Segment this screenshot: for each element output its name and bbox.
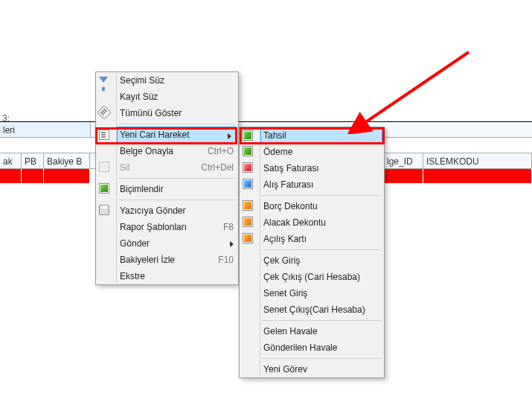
menu-item-bakiyeleri-izle[interactable]: Bakiyeleri İzle F10 — [117, 252, 238, 268]
menu-item-label: Ekstre — [120, 271, 234, 281]
context-menu: Seçimi Süz Kayıt Süz Tümünü Göster Yeni … — [95, 71, 239, 285]
menu-item-label: Belge Onayla — [120, 146, 200, 156]
menu-separator — [118, 178, 235, 179]
menu-item-label: Alış Faturası — [263, 179, 379, 190]
menu-item-label: Tümünü Göster — [120, 108, 234, 118]
filter-icon — [99, 74, 111, 86]
menu-item-label: Satış Faturası — [263, 163, 379, 173]
menu-item-kayit-suz[interactable]: Kayıt Süz — [117, 89, 238, 105]
menu-item-bicimlendir[interactable]: Biçimlendir — [117, 181, 238, 197]
menu-item-label: Senet Giriş — [263, 288, 379, 299]
menu-item-label: Ödeme — [263, 147, 379, 157]
green-doc-icon — [243, 146, 254, 158]
blue-doc-icon — [243, 179, 254, 191]
menu-item-label: Seçimi Süz — [120, 75, 234, 86]
menu-item-rapor-sablonlari[interactable]: Rapor Şablonları F8 — [117, 219, 238, 235]
menu-item-label: Yeni Görev — [263, 364, 379, 374]
menu-shortcut: Ctrl+O — [208, 146, 234, 156]
menu-shortcut: F10 — [218, 255, 234, 265]
menu-item-yeni-cari-hareket[interactable]: Yeni Cari Hareket — [117, 127, 237, 143]
menu-item-label: Gelen Havale — [263, 326, 379, 337]
menu-item-label: Açılış Kartı — [263, 234, 379, 244]
menu-item-label: Bakiyeleri İzle — [120, 255, 211, 265]
menu-item-label: Biçimlendir — [120, 184, 234, 194]
submenu-yeni-cari-hareket: Tahsil Ödeme Satış Faturası Alış Faturas… — [239, 127, 385, 378]
submenu-item-senet-giris[interactable]: Senet Giriş — [260, 285, 384, 302]
menu-item-label: Senet Çıkış(Cari Hesaba) — [263, 304, 379, 315]
menu-item-secimi-suz[interactable]: Seçimi Süz — [117, 72, 238, 89]
format-icon — [99, 183, 111, 195]
col-header[interactable]: ISLEMKODU — [423, 153, 532, 168]
menu-item-belge-onayla[interactable]: Belge Onayla Ctrl+O — [117, 143, 238, 159]
col-header[interactable]: PB — [22, 153, 44, 168]
menu-item-label: Gönder — [120, 238, 234, 249]
submenu-item-alacak-dekontu[interactable]: Alacak Dekontu — [260, 214, 384, 231]
submenu-item-senet-cikis[interactable]: Senet Çıkış(Cari Hesaba) — [260, 302, 384, 318]
print-icon — [99, 205, 111, 217]
col-header[interactable]: lge_ID — [384, 153, 423, 168]
menu-item-yaziciya-gonder[interactable]: Yazıcıya Gönder — [117, 202, 238, 219]
submenu-item-odeme[interactable]: Ödeme — [260, 144, 384, 160]
submenu-item-acilis-karti[interactable]: Açılış Kartı — [260, 231, 384, 247]
menu-item-gonder[interactable]: Gönder — [117, 235, 238, 252]
menu-item-sil: Sil Ctrl+Del — [117, 159, 238, 176]
menu-item-label: Sil — [120, 162, 193, 173]
svg-line-0 — [365, 52, 469, 123]
menu-separator — [118, 200, 235, 200]
delete-icon — [99, 162, 111, 173]
menu-item-label: Rapor Şablonları — [120, 222, 216, 232]
menu-shortcut: F8 — [223, 222, 234, 232]
menu-item-tumunu-goster[interactable]: Tümünü Göster — [117, 105, 238, 121]
menu-item-label: Tahsil — [263, 130, 379, 141]
menu-separator — [262, 249, 381, 250]
menu-separator — [262, 320, 381, 321]
menu-icon-strip — [97, 73, 117, 284]
menu-item-label: Borç Dekontu — [263, 201, 379, 211]
orange-doc-icon — [243, 200, 254, 212]
menu-item-label: Kayıt Süz — [120, 92, 234, 102]
col-header[interactable]: Bakiye B — [44, 153, 90, 168]
green-doc-icon — [243, 130, 254, 142]
submenu-item-alis-faturasi[interactable]: Alış Faturası — [260, 176, 384, 193]
submenu-item-tahsil[interactable]: Tahsil — [260, 127, 382, 144]
orange-doc-icon — [243, 217, 254, 229]
submenu-item-gelen-havale[interactable]: Gelen Havale — [260, 323, 384, 339]
showall-icon — [99, 107, 111, 119]
annotation-arrow — [342, 45, 476, 134]
submenu-item-cek-giris[interactable]: Çek Giriş — [260, 252, 384, 269]
submenu-item-yeni-gorev[interactable]: Yeni Görev — [260, 361, 384, 377]
menu-item-label: Yeni Cari Hareket — [120, 130, 233, 140]
submenu-item-cek-cikis[interactable]: Çek Çıkış (Cari Hesaba) — [260, 269, 384, 285]
doc-icon — [99, 130, 111, 141]
menu-shortcut: Ctrl+Del — [201, 162, 234, 173]
menu-item-ekstre[interactable]: Ekstre — [117, 268, 238, 284]
tab-item[interactable]: leri — [0, 122, 91, 137]
submenu-item-gonderilen-havale[interactable]: Gönderilen Havale — [260, 339, 384, 356]
menu-item-label: Yazıcıya Gönder — [120, 205, 234, 216]
menu-item-label: Çek Giriş — [263, 255, 379, 266]
menu-item-label: Alacak Dekontu — [263, 217, 379, 228]
red-doc-icon — [243, 162, 254, 174]
orange-doc-icon — [243, 233, 254, 245]
menu-separator — [118, 124, 235, 124]
menu-item-label: Gönderilen Havale — [263, 342, 379, 353]
menu-separator — [262, 195, 381, 196]
menu-separator — [262, 358, 381, 359]
menu-item-label: Çek Çıkış (Cari Hesaba) — [263, 272, 379, 282]
submenu-item-satis-faturasi[interactable]: Satış Faturası — [260, 160, 384, 176]
col-header[interactable]: ak — [0, 153, 22, 168]
submenu-item-borc-dekontu[interactable]: Borç Dekontu — [260, 198, 384, 214]
